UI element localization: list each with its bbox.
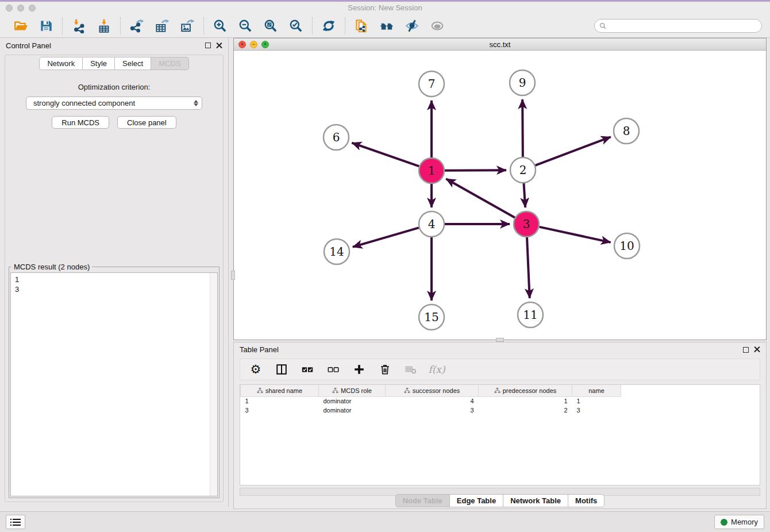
graph-node-8[interactable]: 8 bbox=[614, 118, 639, 144]
graph-edge-3-10[interactable] bbox=[539, 227, 610, 242]
graph-node-2[interactable]: 2 bbox=[510, 157, 536, 183]
graph-node-3[interactable]: 3 bbox=[514, 211, 539, 237]
export-network-icon[interactable] bbox=[128, 17, 145, 34]
tab-motifs[interactable]: Motifs bbox=[568, 494, 605, 507]
clone-network-icon[interactable] bbox=[353, 17, 370, 34]
graph-edge-2-9[interactable] bbox=[522, 99, 523, 157]
control-panel-title: Control Panel bbox=[6, 41, 51, 50]
tab-style[interactable]: Style bbox=[83, 57, 115, 70]
column-header-name[interactable]: name bbox=[572, 385, 621, 396]
network-graph[interactable]: 7968124314101511 bbox=[234, 51, 766, 340]
export-table-icon[interactable] bbox=[153, 17, 171, 34]
graph-edge-2-3[interactable] bbox=[523, 183, 525, 207]
app-title: Session: New Session bbox=[0, 3, 770, 12]
delete-icon[interactable] bbox=[378, 362, 392, 377]
column-header-predecessor-nodes[interactable]: predecessor nodes bbox=[479, 385, 572, 396]
task-history-button[interactable] bbox=[6, 515, 25, 529]
zoom-in-icon[interactable] bbox=[211, 17, 229, 34]
hide-panel-icon[interactable] bbox=[403, 17, 421, 34]
tree-sort-icon bbox=[257, 387, 263, 394]
float-panel-icon[interactable] bbox=[205, 43, 211, 48]
table-cell[interactable]: 1 bbox=[241, 396, 319, 406]
table-cell[interactable]: 1 bbox=[479, 396, 572, 406]
memory-button[interactable]: Memory bbox=[714, 515, 764, 529]
table-cell[interactable]: 3 bbox=[572, 406, 621, 415]
network-view-window: scc.txt × − + 7968124314101511 bbox=[233, 38, 767, 340]
zoom-fit-icon[interactable] bbox=[262, 17, 279, 34]
node-label: 14 bbox=[329, 245, 344, 259]
refresh-icon[interactable] bbox=[320, 17, 337, 34]
graph-edge-3-11[interactable] bbox=[527, 237, 530, 298]
graph-node-11[interactable]: 11 bbox=[518, 302, 543, 327]
tab-network-table[interactable]: Network Table bbox=[503, 494, 568, 507]
split-columns-icon[interactable] bbox=[274, 362, 289, 377]
horizontal-split-grip[interactable] bbox=[496, 338, 504, 342]
column-header-shared-name[interactable]: shared name bbox=[241, 385, 319, 396]
tab-node-table[interactable]: Node Table bbox=[395, 494, 450, 507]
graph-node-6[interactable]: 6 bbox=[324, 125, 349, 150]
result-item[interactable]: 1 bbox=[15, 275, 217, 284]
export-image-icon[interactable] bbox=[179, 17, 196, 34]
optimization-criterion-select[interactable]: strongly connected component bbox=[26, 97, 202, 110]
graph-node-15[interactable]: 15 bbox=[419, 304, 444, 330]
graph-node-9[interactable]: 9 bbox=[510, 70, 535, 95]
import-table-icon[interactable] bbox=[95, 17, 113, 34]
node-label: 4 bbox=[428, 217, 436, 231]
search-input[interactable] bbox=[594, 19, 762, 33]
save-session-icon[interactable] bbox=[37, 17, 55, 34]
graph-edge-4-14[interactable] bbox=[353, 228, 419, 246]
close-panel-icon[interactable] bbox=[216, 43, 222, 49]
select-stepper-icon bbox=[194, 100, 198, 106]
tab-network[interactable]: Network bbox=[39, 57, 83, 70]
zoom-out-icon[interactable] bbox=[237, 17, 254, 34]
node-label: 11 bbox=[523, 308, 537, 322]
mcds-result-list[interactable]: 13 bbox=[10, 272, 218, 496]
table-cell[interactable]: 1 bbox=[572, 396, 621, 406]
table-panel-title: Table Panel bbox=[240, 345, 279, 354]
network-window-titlebar[interactable]: scc.txt × − + bbox=[234, 38, 766, 51]
table-row[interactable]: 3dominator323 bbox=[241, 406, 621, 415]
select-all-checkboxes-icon[interactable] bbox=[300, 362, 315, 377]
graph-node-10[interactable]: 10 bbox=[614, 233, 640, 259]
home-icon[interactable] bbox=[378, 17, 395, 34]
graph-node-4[interactable]: 4 bbox=[419, 211, 444, 237]
run-mcds-button[interactable]: Run MCDS bbox=[52, 116, 109, 129]
add-column-icon[interactable] bbox=[352, 362, 367, 377]
column-header-successor-nodes[interactable]: successor nodes bbox=[386, 385, 479, 396]
table-cell[interactable]: 4 bbox=[386, 396, 479, 406]
graph-edge-1-2[interactable] bbox=[445, 170, 506, 171]
search-text-field[interactable] bbox=[609, 22, 757, 30]
graph-edge-1-6[interactable] bbox=[352, 143, 419, 167]
deselect-checkboxes-icon[interactable] bbox=[326, 362, 341, 377]
result-item[interactable]: 3 bbox=[15, 284, 217, 294]
network-canvas[interactable]: 7968124314101511 bbox=[234, 51, 766, 340]
table-panel: Table Panel ⚙ f(x) shared nameMCDS roles… bbox=[233, 342, 767, 509]
graph-edge-2-8[interactable] bbox=[536, 137, 611, 165]
table-row[interactable]: 1dominator411 bbox=[241, 396, 621, 406]
result-scrollbar[interactable] bbox=[210, 273, 217, 496]
table-toolbar: ⚙ f(x) bbox=[240, 358, 760, 380]
close-table-panel-icon[interactable] bbox=[754, 346, 760, 353]
graph-edge-3-1[interactable] bbox=[446, 179, 515, 217]
table-cell[interactable]: 3 bbox=[386, 406, 479, 415]
tab-mcds[interactable]: MCDS bbox=[151, 57, 188, 70]
float-table-panel-icon[interactable] bbox=[743, 347, 749, 353]
open-file-icon[interactable] bbox=[12, 17, 29, 34]
tab-select[interactable]: Select bbox=[115, 57, 151, 70]
table-cell[interactable]: 2 bbox=[479, 406, 572, 415]
table-cell[interactable]: dominator bbox=[319, 406, 386, 415]
table-cell[interactable]: dominator bbox=[319, 396, 386, 406]
zoom-selected-icon[interactable] bbox=[287, 17, 305, 34]
graph-node-1[interactable]: 1 bbox=[419, 158, 444, 183]
node-table: shared nameMCDS rolesuccessor nodesprede… bbox=[240, 384, 760, 485]
tab-edge-table[interactable]: Edge Table bbox=[450, 494, 503, 507]
graph-node-14[interactable]: 14 bbox=[324, 239, 349, 264]
vertical-split-grip[interactable] bbox=[231, 271, 235, 280]
column-header-MCDS-role[interactable]: MCDS role bbox=[319, 385, 386, 396]
graph-node-7[interactable]: 7 bbox=[419, 71, 444, 97]
close-panel-button[interactable]: Close panel bbox=[117, 116, 176, 129]
tree-sort-icon bbox=[494, 387, 500, 394]
import-network-icon[interactable] bbox=[70, 17, 87, 34]
settings-gear-icon[interactable]: ⚙ bbox=[248, 362, 263, 377]
table-cell[interactable]: 3 bbox=[241, 406, 319, 415]
